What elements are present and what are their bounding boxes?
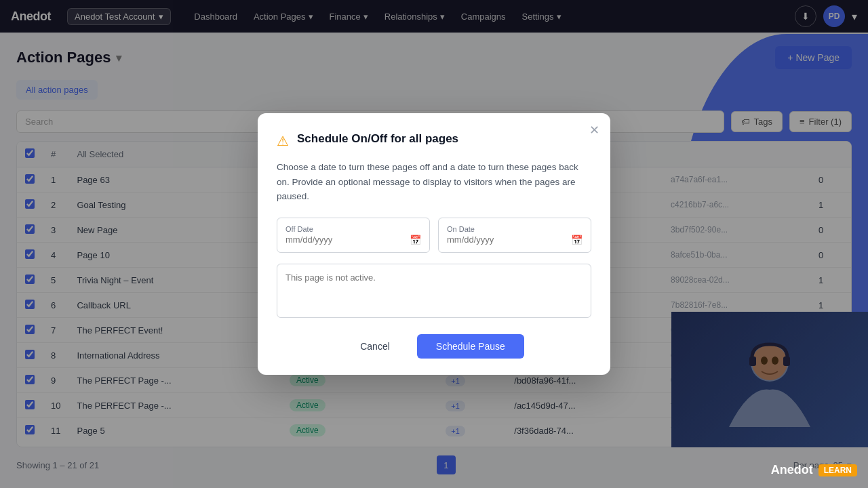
anedot-learn-bar: Anedot LEARN xyxy=(771,463,857,477)
on-date-field: On Date 📅 xyxy=(438,218,591,253)
modal-title: Schedule On/Off for all pages xyxy=(297,132,458,146)
on-date-input[interactable] xyxy=(447,235,571,245)
off-date-field: Off Date 📅 xyxy=(277,218,430,253)
calendar-icon: 📅 xyxy=(410,235,421,245)
off-date-input[interactable] xyxy=(285,235,410,245)
modal-header: ⚠ Schedule On/Off for all pages xyxy=(277,132,591,149)
calendar-icon: 📅 xyxy=(571,235,583,245)
modal-close-button[interactable]: ✕ xyxy=(589,124,599,136)
on-date-label: On Date xyxy=(447,225,583,233)
schedule-modal: ✕ ⚠ Schedule On/Off for all pages Choose… xyxy=(258,113,610,375)
anedot-learn-logo: Anedot xyxy=(771,463,813,477)
modal-overlay: ✕ ⚠ Schedule On/Off for all pages Choose… xyxy=(0,0,868,488)
cancel-button[interactable]: Cancel xyxy=(344,334,406,359)
modal-actions: Cancel Schedule Pause xyxy=(277,334,591,359)
off-date-label: Off Date xyxy=(285,225,421,233)
warning-icon: ⚠ xyxy=(277,133,289,149)
message-textarea[interactable] xyxy=(277,264,591,318)
learn-badge[interactable]: LEARN xyxy=(818,464,857,476)
date-row: Off Date 📅 On Date 📅 xyxy=(277,218,591,253)
modal-description: Choose a date to turn these pages off an… xyxy=(277,160,591,204)
schedule-pause-button[interactable]: Schedule Pause xyxy=(417,334,524,359)
